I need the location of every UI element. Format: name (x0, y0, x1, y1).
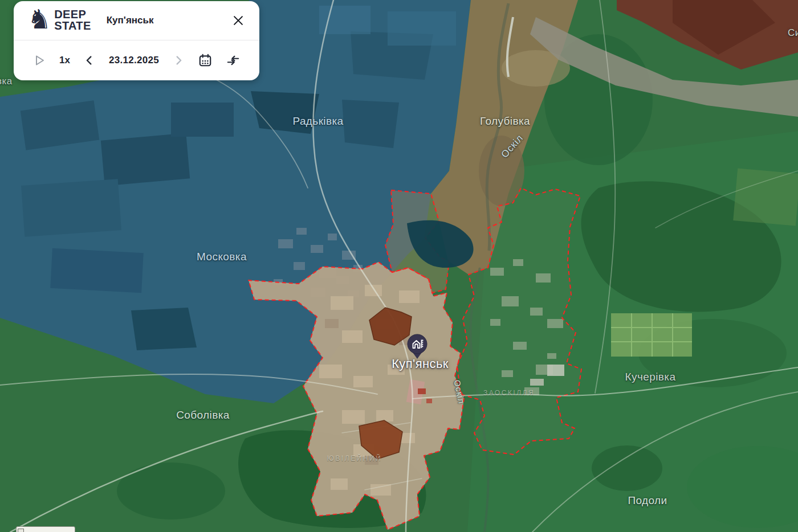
prev-date-button[interactable] (83, 54, 96, 67)
play-button[interactable] (32, 54, 46, 67)
advance-patch-small (418, 388, 426, 394)
blue-field (171, 103, 234, 137)
map-scale-partial (16, 526, 75, 532)
city-buildings-icon (405, 334, 430, 360)
current-date: 23.12.2025 (109, 55, 159, 66)
compare-arrows-icon (226, 53, 241, 68)
blue-field (342, 100, 399, 148)
calendar-button[interactable] (198, 53, 213, 68)
chevron-left-icon (83, 54, 96, 67)
pond (131, 308, 197, 350)
blue-field (319, 6, 370, 34)
play-icon (32, 54, 46, 67)
place-timeline-panel: ♞ DEEP STATE Куп'янськ 1x (14, 1, 259, 80)
scale-box (18, 529, 24, 532)
next-date-button[interactable] (172, 54, 185, 67)
blue-field (101, 133, 190, 186)
close-button[interactable] (230, 12, 247, 29)
playback-speed-button[interactable]: 1x (59, 55, 70, 66)
chevron-right-icon (172, 54, 185, 67)
advance-patch-small (426, 399, 432, 403)
compare-dates-button[interactable] (226, 53, 241, 68)
blue-field (388, 11, 456, 46)
blue-field (50, 248, 143, 293)
forest-patch (592, 445, 662, 491)
calendar-icon (198, 53, 213, 68)
pond (251, 91, 319, 134)
logo-text-line2: STATE (54, 19, 91, 32)
deepstate-map-app: вка Радьківка Голубівка Оскіл Московка К… (0, 0, 798, 532)
forest-patch (117, 463, 225, 519)
city-marker-pin[interactable] (405, 334, 430, 362)
close-icon (232, 14, 245, 27)
panel-title: Куп'янськ (107, 15, 154, 26)
blue-field (21, 179, 121, 237)
knight-chess-icon: ♞ (27, 7, 51, 31)
field-patch (733, 168, 798, 226)
deepstate-logo[interactable]: ♞ DEEP STATE (27, 9, 91, 31)
